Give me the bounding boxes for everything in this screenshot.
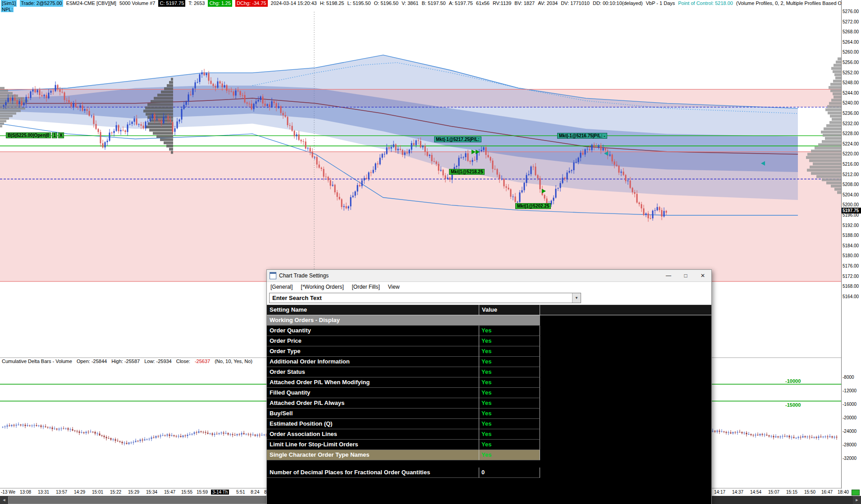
time-axis-label: 18:40 [838,490,849,495]
time-axis-label: 15:01 [92,490,103,495]
order-fill-label[interactable]: Mkt|1@5202.25 [515,203,551,209]
setting-value[interactable]: Yes [479,429,540,440]
settings-row[interactable]: Order TypeYes [267,346,711,357]
npl-row: NPL: [1,7,14,12]
time-axis-label: 14:37 [732,490,743,495]
time-axis-label: 15:07 [768,490,779,495]
chevron-down-icon: ▼ [575,296,578,300]
maximize-button[interactable]: □ [677,270,694,282]
column-header-setting-name[interactable]: Setting Name [267,305,479,315]
time-axis-label: 15:15 [786,490,797,495]
settings-section-row[interactable]: Working Orders - Display [267,315,711,326]
settings-row[interactable]: Attached Order P/L AlwaysYes [267,398,711,409]
price-axis-label: 5204.00 [843,192,859,197]
header-segment: Point of Control: 5218.00 [678,0,733,7]
dialog-titlebar[interactable]: Chart Trade Settings — □ ✕ [267,270,711,282]
settings-row[interactable]: Order Association LinesYes [267,429,711,440]
price-axis-label: 5220.00 [843,151,859,156]
order-fill-label[interactable]: Mkt|-1@5216.75|P/L: - [557,133,607,139]
order-label-button[interactable]: 1 [52,132,57,138]
setting-value[interactable]: Yes [479,409,540,419]
settings-row[interactable]: Additional Order InformationYes [267,357,711,367]
setting-value[interactable]: Yes [479,357,540,367]
setting-name: Attached Order P/L Always [267,398,479,409]
chart-trade-settings-window: Chart Trade Settings — □ ✕ [General][*Wo… [266,269,712,504]
header-segment: 5000 Volume #7 [119,0,156,7]
order-fill-label[interactable]: Mkt|-1@5217.25|P/L: [434,136,481,142]
row-spacer [540,468,711,478]
price-axis-label: 5268.00 [843,29,859,34]
price-axis[interactable]: 5276.005272.005268.005264.005260.005256.… [841,0,861,496]
setting-value[interactable]: Yes [479,326,540,336]
trading-platform-window: [Sim1]Trade: 2@5275.00ESM24-CME [CBV][M]… [0,0,861,504]
setting-value[interactable]: 0 [479,468,540,478]
header-segment: B: 5197.50 [421,0,445,7]
delta-header-segment: Cumulative Delta Bars - Volume [2,359,72,364]
working-order-label[interactable]: B|S|5225.00|Open|01X [6,132,64,138]
price-axis-label: 5200.00 [843,202,859,207]
price-axis-label: 5172.00 [843,274,859,279]
close-button[interactable]: ✕ [694,270,711,282]
header-segment: DD: 00:10:10(delayed) [593,0,643,7]
delta-axis-label: -28000 [843,442,856,447]
setting-value[interactable]: Yes [479,419,540,429]
table-gap-row [267,460,711,468]
time-axis-label: 14:17 [714,490,725,495]
menu-item-orderfills[interactable]: [Order Fills] [352,284,380,290]
delta-header-segment: (No, 10, Yes, No) [215,359,252,364]
menu-item-workingorders[interactable]: [*Working Orders] [301,284,343,290]
row-spacer [540,450,711,460]
time-axis-label: 15:55 [181,490,192,495]
setting-value[interactable]: Yes [479,388,540,398]
settings-row[interactable]: Estimated Position (Q)Yes [267,419,711,429]
setting-name: Order Status [267,367,479,377]
header-segment: H: 5198.25 [320,0,344,7]
scroll-left-arrow[interactable]: ◄ [0,496,8,504]
header-segment: RV:1139 [493,0,511,7]
menu-item-general[interactable]: [General] [270,284,293,290]
row-spacer [540,367,711,377]
settings-row[interactable]: Number of Decimal Places for Fractional … [267,468,711,478]
settings-row[interactable]: Order StatusYes [267,367,711,377]
scroll-right-arrow[interactable]: ► [853,496,861,504]
setting-value[interactable]: Yes [479,346,540,357]
search-dropdown-button[interactable]: ▼ [572,293,581,303]
price-axis-label: 5168.00 [843,284,859,289]
dialog-menubar: [General][*Working Orders][Order Fills]V… [267,282,711,292]
settings-row[interactable]: Order QuantityYes [267,326,711,336]
settings-row[interactable]: Limit Line for Stop-Limit OrdersYes [267,440,711,450]
price-axis-label: 5184.00 [843,243,859,248]
settings-row[interactable]: Buy/SellYes [267,409,711,419]
setting-value[interactable]: Yes [479,377,540,388]
settings-table-header: Setting Name Value [267,304,711,315]
settings-row[interactable]: Filled QuantityYes [267,388,711,398]
price-axis-label: 5228.00 [843,131,859,136]
header-segment: DChg: -34.75 [235,0,267,7]
order-fill-label[interactable]: Mkt|1@5218.25 [449,169,485,175]
price-axis-label: 5208.00 [843,182,859,187]
setting-value[interactable]: Yes [479,367,540,377]
setting-value[interactable]: Yes [479,450,540,460]
last-price-badge: 5197.75 [842,208,861,213]
setting-value[interactable]: Yes [479,336,540,346]
order-label-button[interactable]: X [58,132,64,138]
header-segment: T: 2653 [188,0,205,7]
header-segment: ESM24-CME [CBV][M] [66,0,116,7]
minimize-button[interactable]: — [660,270,677,282]
menu-item-view[interactable]: View [388,284,400,290]
setting-value[interactable]: Yes [479,440,540,450]
settings-row[interactable]: Attached Order P/L When ModifyingYes [267,377,711,388]
setting-name: Order Quantity [267,326,479,336]
time-axis-label: 13:31 [38,490,49,495]
setting-value[interactable]: Yes [479,398,540,409]
price-axis-label: 5216.00 [843,162,859,167]
settings-row[interactable]: Order PriceYes [267,336,711,346]
setting-name: Single Character Order Type Names [267,450,479,460]
column-header-value[interactable]: Value [479,305,540,315]
time-axis-label: 15:50 [804,490,815,495]
settings-row[interactable]: Single Character Order Type NamesYes [267,450,711,460]
search-input[interactable]: Enter Search Text ▼ [269,293,581,303]
settings-table-body: Working Orders - DisplayOrder QuantityYe… [267,315,711,478]
column-header-spacer [540,305,711,315]
time-axis-label: 13:57 [56,490,67,495]
